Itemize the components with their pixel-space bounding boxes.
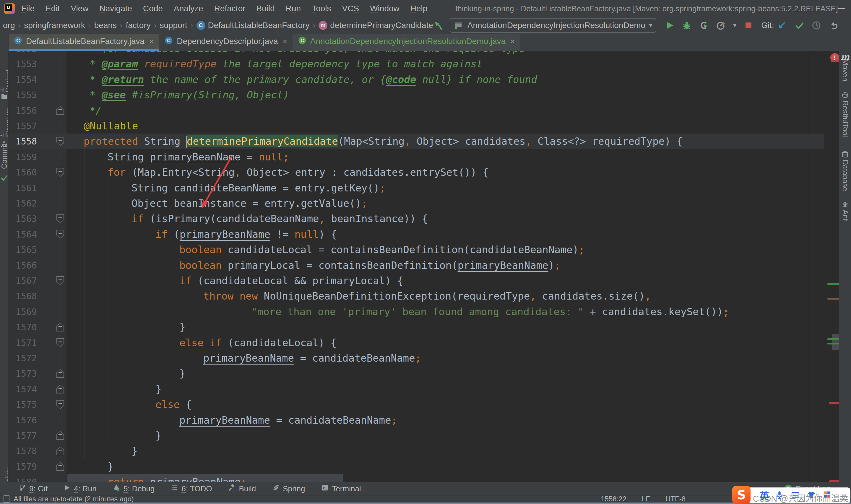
editor-tab-DefaultListableBeanFactory.java[interactable]: CDefaultListableBeanFactory.java×: [8, 34, 159, 51]
menu-item-window[interactable]: Window: [370, 4, 399, 13]
tool-window-button-commit[interactable]: Commit: [0, 151, 8, 169]
folder-icon[interactable]: [0, 93, 8, 100]
tool-window-button-debug[interactable]: 5: Debug: [113, 484, 155, 494]
tab-close-icon[interactable]: ×: [283, 37, 287, 46]
code-line-1574[interactable]: 1574}: [8, 381, 823, 397]
menu-item-view[interactable]: View: [71, 4, 88, 13]
database-icon[interactable]: [839, 151, 851, 158]
breadcrumb-item-org[interactable]: org: [3, 21, 15, 30]
change-stripe-mark[interactable]: [827, 338, 839, 340]
code-line-1566[interactable]: 1566boolean primaryLocal = containsBeanD…: [8, 258, 823, 273]
code-line-1564[interactable]: 1564if (primaryBeanName != null) {: [8, 227, 823, 242]
code-line-1560[interactable]: 1560for (Map.Entry<String, Object> entry…: [8, 165, 823, 180]
menu-item-run[interactable]: Run: [286, 4, 301, 13]
git-commit-button[interactable]: [794, 20, 804, 31]
code-line-1580[interactable]: 1580return primaryBeanName;: [8, 474, 823, 482]
code-line-1558[interactable]: 1558protected String determinePrimaryCan…: [8, 133, 823, 149]
tool-window-button-build[interactable]: Build: [228, 484, 256, 494]
tool-window-button-7-structure[interactable]: 7: Structure: [0, 105, 8, 137]
scrollbar-thumb[interactable]: [832, 334, 839, 350]
code-line-1555[interactable]: 1555* @see #isPrimary(String, Object): [8, 87, 823, 103]
code-line-1567[interactable]: 1567if (candidateLocal && primaryLocal) …: [8, 273, 823, 289]
tool-window-button-run[interactable]: 4: Run: [64, 484, 97, 493]
code-line-1571[interactable]: 1571else if (candidateLocal) {: [8, 335, 823, 351]
menu-item-file[interactable]: File: [21, 4, 35, 13]
line-ending[interactable]: LF: [642, 495, 650, 503]
debug-button[interactable]: [682, 20, 692, 31]
run-configuration-select[interactable]: AnnotationDependencyInjectionResolutionD…: [450, 18, 656, 33]
breadcrumb-item-springframework[interactable]: springframework: [24, 21, 85, 30]
ant-icon[interactable]: [839, 201, 851, 208]
code-line-1568[interactable]: 1568throw new NoUniqueBeanDefinitionExce…: [8, 288, 823, 304]
code-line-1557[interactable]: 1557@Nullable: [8, 118, 823, 134]
menu-item-navigate[interactable]: Navigate: [99, 4, 132, 13]
tab-close-icon[interactable]: ×: [510, 37, 515, 46]
error-stripe-mark[interactable]: [829, 402, 839, 404]
profiler-button[interactable]: [716, 20, 726, 31]
chevron-down-icon[interactable]: ▾: [733, 22, 736, 29]
tab-close-icon[interactable]: ×: [149, 37, 153, 46]
tool-window-button-maven[interactable]: Maven: [839, 59, 851, 82]
commit-icon[interactable]: [0, 173, 8, 183]
breadcrumb-item-DefaultListableBeanFactory[interactable]: CDefaultListableBeanFactory: [197, 21, 310, 30]
editor-tab-AnnotationDependencyInjectionResolutionDemo.java[interactable]: CAnnotationDependencyInjectionResolution…: [292, 34, 520, 51]
menu-item-edit[interactable]: Edit: [46, 4, 60, 13]
tool-window-button-ant[interactable]: Ant: [839, 210, 851, 223]
code-line-1576[interactable]: 1576primaryBeanName = candidateBeanName;: [8, 412, 823, 428]
git-update-button[interactable]: [777, 20, 787, 31]
tool-window-button-restfultool[interactable]: RestfulTool: [839, 101, 851, 140]
editor-tab-DependencyDescriptor.java[interactable]: CDependencyDescriptor.java×: [159, 34, 292, 51]
sogou-logo[interactable]: S: [732, 486, 750, 504]
change-stripe-mark[interactable]: [827, 343, 839, 344]
breadcrumb-item-beans[interactable]: beans: [94, 21, 117, 30]
code-line-1579[interactable]: 1579}: [8, 459, 823, 474]
minimize-button[interactable]: [838, 5, 846, 13]
code-line-1562[interactable]: 1562Object beanInstance = entry.getValue…: [8, 196, 823, 211]
globe-icon[interactable]: [839, 92, 851, 99]
menu-item-refactor[interactable]: Refactor: [214, 4, 246, 13]
menu-item-analyze[interactable]: Analyze: [174, 4, 203, 13]
tool-window-button-spring[interactable]: Spring: [272, 484, 305, 494]
menu-item-code[interactable]: Code: [143, 4, 163, 13]
code-line-1573[interactable]: 1573}: [8, 366, 823, 381]
error-stripe-mark[interactable]: [831, 60, 839, 62]
file-encoding[interactable]: UTF-8: [666, 495, 686, 503]
code-line-1572[interactable]: 1572primaryBeanName = candidateBeanName;: [8, 350, 823, 366]
breadcrumb-item-factory[interactable]: factory: [126, 21, 151, 30]
tool-window-button-git[interactable]: 9: Git: [18, 484, 48, 494]
coverage-button[interactable]: [699, 20, 709, 31]
code-line-1565[interactable]: 1565boolean candidateLocal = containsBea…: [8, 242, 823, 258]
code-line-1569[interactable]: 1569"more than one 'primary' bean found …: [8, 304, 823, 320]
code-line-1556[interactable]: 1556*/: [8, 103, 823, 119]
maven-icon[interactable]: m: [839, 52, 851, 62]
code-line-1578[interactable]: 1578}: [8, 443, 823, 459]
git-history-button[interactable]: [811, 20, 821, 31]
code-editor[interactable]: 1552* (or candidate classes if not creat…: [8, 51, 839, 482]
caret-position[interactable]: 1558:22: [601, 495, 627, 503]
code-line-1554[interactable]: 1554* @return the name of the primary ca…: [8, 72, 823, 87]
menu-item-help[interactable]: Help: [411, 4, 428, 13]
tool-window-button-database[interactable]: Database: [839, 160, 851, 192]
change-stripe-mark[interactable]: [827, 298, 839, 300]
code-line-1563[interactable]: 1563if (isPrimary(candidateBeanName, bea…: [8, 211, 823, 227]
code-line-1553[interactable]: 1553* @param requiredType the target dep…: [8, 56, 823, 72]
code-line-1552[interactable]: 1552* (or candidate classes if not creat…: [8, 51, 823, 56]
menu-item-build[interactable]: Build: [256, 4, 275, 13]
run-button[interactable]: [665, 20, 675, 31]
change-stripe-mark[interactable]: [827, 283, 839, 285]
breadcrumb-item-determinePrimaryCandidate[interactable]: mdeterminePrimaryCandidate: [319, 21, 433, 30]
code-line-1577[interactable]: 1577}: [8, 428, 823, 444]
code-line-1570[interactable]: 1570}: [8, 319, 823, 335]
tool-window-button-terminal[interactable]: Terminal: [321, 484, 361, 494]
tool-window-button-1-project[interactable]: 1: Project: [0, 68, 8, 92]
menu-item-tools[interactable]: Tools: [312, 4, 331, 13]
tool-window-button-todo[interactable]: 6: TODO: [170, 484, 212, 494]
git-rollback-button[interactable]: [829, 20, 838, 31]
code-line-1561[interactable]: 1561String candidateBeanName = entry.get…: [8, 180, 823, 196]
stop-button[interactable]: [743, 20, 754, 31]
breadcrumb-item-support[interactable]: support: [160, 21, 187, 30]
code-line-1559[interactable]: 1559String primaryBeanName = null;: [8, 149, 823, 165]
menu-item-vcs[interactable]: VCS: [342, 4, 359, 13]
hotswap-arrow-icon[interactable]: [433, 20, 443, 31]
code-line-1575[interactable]: 1575else {: [8, 397, 823, 412]
